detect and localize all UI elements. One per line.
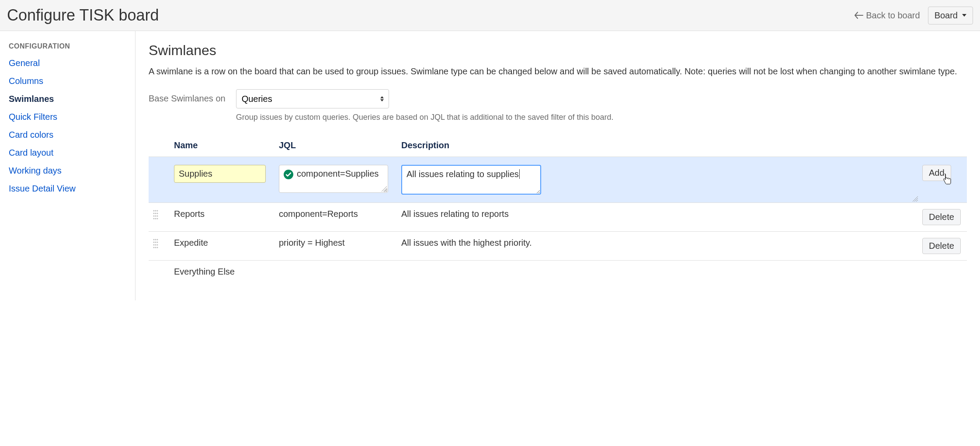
svg-point-4 — [153, 213, 155, 214]
sidebar-heading: CONFIGURATION — [9, 42, 126, 50]
swimlane-name-cell[interactable]: Reports — [170, 203, 275, 232]
swimlane-name-cell[interactable]: Everything Else — [170, 261, 275, 283]
page-title: Configure TISK board — [7, 6, 159, 24]
svg-point-11 — [155, 218, 156, 220]
swimlane-description-text: All issues relating to supplies — [407, 169, 519, 179]
base-swimlanes-label: Base Swimlanes on — [149, 89, 226, 104]
column-header-handle — [149, 135, 170, 157]
svg-point-3 — [157, 210, 158, 212]
board-dropdown-button[interactable]: Board — [928, 7, 973, 24]
swimlane-description-input[interactable]: All issues relating to supplies — [401, 165, 541, 195]
svg-point-6 — [157, 213, 158, 214]
svg-point-9 — [157, 216, 158, 217]
swimlane-jql-input[interactable]: component=Supplies — [279, 165, 388, 193]
sidebar-item-issue-detail-view[interactable]: Issue Detail View — [9, 184, 76, 193]
svg-point-13 — [153, 239, 155, 240]
drag-handle-icon[interactable] — [152, 238, 159, 250]
section-description: A swimlane is a row on the board that ca… — [149, 65, 967, 78]
sidebar-item-working-days[interactable]: Working days — [9, 166, 62, 175]
svg-point-7 — [153, 216, 155, 217]
sidebar-item-general[interactable]: General — [9, 58, 40, 68]
drag-handle-icon[interactable] — [152, 209, 159, 221]
swimlane-add-row: component=Supplies All issues relating t… — [149, 157, 967, 203]
column-header-action — [919, 135, 967, 157]
chevron-down-icon — [962, 14, 966, 17]
svg-point-2 — [155, 210, 156, 212]
swimlane-jql-cell[interactable]: priority = Highest — [275, 232, 398, 261]
add-swimlane-button[interactable]: Add — [922, 165, 951, 181]
svg-point-19 — [153, 244, 155, 246]
svg-point-15 — [157, 239, 158, 240]
resize-handle-icon — [382, 186, 387, 192]
arrow-left-icon — [855, 12, 863, 19]
delete-swimlane-button[interactable]: Delete — [922, 238, 961, 254]
column-header-jql: JQL — [275, 135, 398, 157]
svg-point-14 — [155, 239, 156, 240]
svg-point-18 — [157, 242, 158, 243]
sidebar-item-card-colors[interactable]: Card colors — [9, 130, 53, 139]
swimlane-jql-text: component=Supplies — [297, 169, 379, 178]
sidebar-item-card-layout[interactable]: Card layout — [9, 148, 53, 157]
svg-point-22 — [153, 247, 155, 248]
svg-point-10 — [153, 218, 155, 220]
svg-point-12 — [157, 218, 158, 220]
main-content: Swimlanes A swimlane is a row on the boa… — [136, 31, 980, 300]
svg-point-16 — [153, 242, 155, 243]
sidebar-item-columns[interactable]: Columns — [9, 76, 43, 86]
swimlane-description-cell — [398, 261, 919, 283]
swimlane-description-cell[interactable]: All issues with the highest priority. — [398, 232, 919, 261]
back-link-text: Back to board — [866, 10, 920, 21]
swimlane-row: Everything Else — [149, 261, 967, 283]
base-swimlanes-hint: Group issues by custom queries. Queries … — [236, 113, 967, 122]
back-to-board-link[interactable]: Back to board — [855, 10, 920, 21]
section-title: Swimlanes — [149, 42, 967, 59]
swimlane-description-cell[interactable]: All issues relating to reports — [398, 203, 919, 232]
delete-swimlane-button[interactable]: Delete — [922, 209, 961, 225]
sidebar: CONFIGURATION General Columns Swimlanes … — [0, 31, 136, 300]
svg-point-21 — [157, 244, 158, 246]
svg-point-5 — [155, 213, 156, 214]
swimlane-jql-cell[interactable]: component=Reports — [275, 203, 398, 232]
swimlane-name-cell[interactable]: Expedite — [170, 232, 275, 261]
svg-point-8 — [155, 216, 156, 217]
sidebar-item-swimlanes[interactable]: Swimlanes — [9, 94, 54, 104]
svg-point-24 — [157, 247, 158, 248]
svg-point-17 — [155, 242, 156, 243]
base-swimlanes-select[interactable]: Queries — [236, 89, 389, 108]
svg-point-23 — [155, 247, 156, 248]
board-button-label: Board — [935, 10, 958, 21]
text-caret-icon — [519, 169, 520, 179]
svg-point-20 — [155, 244, 156, 246]
column-header-name: Name — [170, 135, 275, 157]
swimlane-jql-cell — [275, 261, 398, 283]
sidebar-item-quick-filters[interactable]: Quick Filters — [9, 112, 57, 122]
check-circle-icon — [284, 170, 293, 181]
swimlane-row: Reports component=Reports All issues rel… — [149, 203, 967, 232]
svg-point-1 — [153, 210, 155, 212]
swimlane-name-input[interactable] — [174, 165, 266, 183]
swimlane-row: Expedite priority = Highest All issues w… — [149, 232, 967, 261]
column-header-description: Description — [398, 135, 919, 157]
